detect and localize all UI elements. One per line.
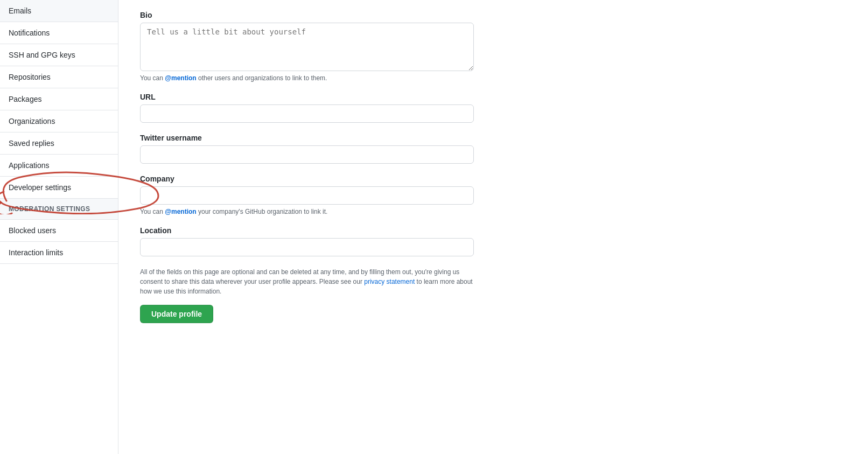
sidebar-item-interaction-limits[interactable]: Interaction limits	[0, 242, 118, 264]
bio-group: Bio You can @mention other users and org…	[140, 11, 582, 82]
location-label: Location	[140, 226, 582, 235]
sidebar: Emails Notifications SSH and GPG keys Re…	[0, 0, 118, 454]
developer-settings-wrapper: Developer settings	[0, 177, 118, 199]
sidebar-item-developer-settings[interactable]: Developer settings	[0, 177, 118, 199]
location-group: Location	[140, 226, 582, 256]
location-input[interactable]	[140, 238, 474, 256]
sidebar-item-applications[interactable]: Applications	[0, 155, 118, 177]
url-input[interactable]	[140, 104, 474, 123]
twitter-group: Twitter username	[140, 134, 582, 164]
company-mention: @mention	[165, 208, 196, 215]
privacy-statement-link[interactable]: privacy statement	[364, 278, 415, 285]
main-content: Bio You can @mention other users and org…	[118, 0, 603, 454]
bio-textarea[interactable]	[140, 23, 474, 71]
sidebar-item-notifications[interactable]: Notifications	[0, 22, 118, 44]
footer-note: All of the fields on this page are optio…	[140, 267, 474, 296]
mention-text: @mention	[165, 74, 196, 82]
bio-hint: You can @mention other users and organiz…	[140, 74, 582, 82]
update-profile-button[interactable]: Update profile	[140, 305, 213, 323]
company-group: Company You can @mention your company's …	[140, 174, 582, 215]
bio-label: Bio	[140, 11, 582, 19]
url-label: URL	[140, 93, 582, 101]
sidebar-item-emails[interactable]: Emails	[0, 0, 118, 22]
sidebar-item-saved-replies[interactable]: Saved replies	[0, 132, 118, 155]
sidebar-item-blocked-users[interactable]: Blocked users	[0, 220, 118, 242]
sidebar-item-organizations[interactable]: Organizations	[0, 110, 118, 132]
url-group: URL	[140, 93, 582, 123]
sidebar-item-packages[interactable]: Packages	[0, 88, 118, 110]
twitter-input[interactable]	[140, 145, 474, 164]
company-label: Company	[140, 174, 582, 183]
sidebar-item-repositories[interactable]: Repositories	[0, 66, 118, 88]
company-hint: You can @mention your company's GitHub o…	[140, 208, 582, 215]
twitter-label: Twitter username	[140, 134, 582, 142]
company-input[interactable]	[140, 186, 474, 205]
sidebar-item-ssh-gpg-keys[interactable]: SSH and GPG keys	[0, 44, 118, 66]
sidebar-section-moderation: Moderation settings	[0, 199, 118, 220]
